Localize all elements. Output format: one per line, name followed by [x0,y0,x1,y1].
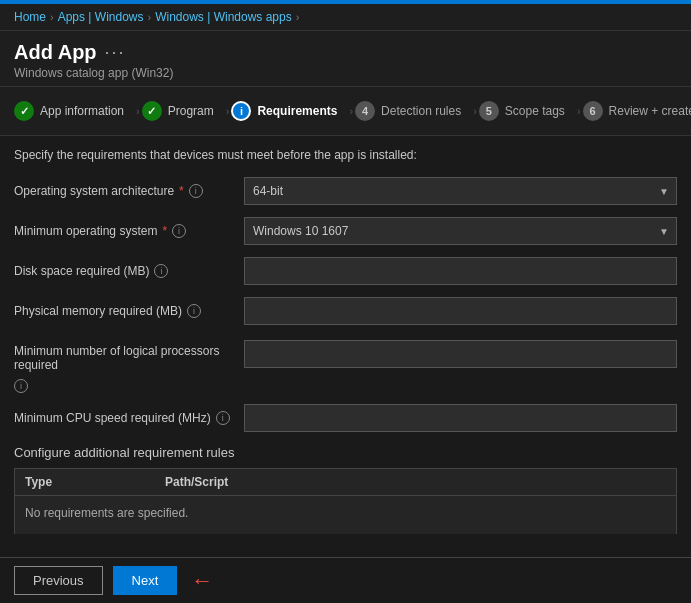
step-review-create[interactable]: 6 Review + create [583,97,691,125]
breadcrumb-sep-2: › [148,11,152,23]
label-min-os: Minimum operating system * i [14,224,244,238]
step-label-1: App information [40,104,124,118]
breadcrumb: Home › Apps | Windows › Windows | Window… [0,4,691,31]
label-cpu-speed: Minimum CPU speed required (MHz) i [14,411,244,425]
info-icon-os-arch[interactable]: i [189,184,203,198]
input-wrap-logical-processors [244,340,677,368]
previous-button[interactable]: Previous [14,566,103,595]
label-disk-space: Disk space required (MB) i [14,264,244,278]
step-label-5: Scope tags [505,104,565,118]
col-header-type: Type [25,475,165,489]
step-program[interactable]: ✓ Program [142,97,224,125]
step-icon-2: ✓ [142,101,162,121]
footer: Previous Next ← [0,557,691,603]
breadcrumb-home[interactable]: Home [14,10,46,24]
form-row-min-os: Minimum operating system * i Windows 10 … [14,216,677,246]
breadcrumb-sep-3: › [296,11,300,23]
label-os-arch: Operating system architecture * i [14,184,244,198]
step-icon-1: ✓ [14,101,34,121]
form-row-os-arch: Operating system architecture * i 64-bit… [14,176,677,206]
input-wrap-disk-space [244,257,677,285]
arrow-indicator: ← [191,568,213,594]
more-options-dots[interactable]: ··· [105,42,126,63]
col-header-path: Path/Script [165,475,666,489]
required-marker-os-arch: * [179,184,184,198]
step-label-3: Requirements [257,104,337,118]
step-icon-4: 4 [355,101,375,121]
step-label-6: Review + create [609,104,691,118]
form-row-physical-memory: Physical memory required (MB) i [14,296,677,326]
info-icon-disk-space[interactable]: i [154,264,168,278]
step-requirements[interactable]: i Requirements [231,97,347,125]
input-physical-memory[interactable] [244,297,677,325]
form-row-disk-space: Disk space required (MB) i [14,256,677,286]
select-os-arch[interactable]: 64-bit 32-bit 32-bit and 64-bit [244,177,677,205]
table-empty-message: No requirements are specified. [25,506,666,520]
page-title: Add App [14,41,97,64]
breadcrumb-sep-1: › [50,11,54,23]
wizard-steps: ✓ App information › ✓ Program › i Requir… [0,87,691,136]
input-cpu-speed[interactable] [244,404,677,432]
step-detection-rules[interactable]: 4 Detection rules [355,97,471,125]
input-wrap-cpu-speed [244,404,677,432]
configure-title: Configure additional requirement rules [14,445,677,460]
info-icon-cpu-speed[interactable]: i [216,411,230,425]
step-app-information[interactable]: ✓ App information [14,97,134,125]
next-button[interactable]: Next [113,566,178,595]
input-disk-space[interactable] [244,257,677,285]
step-icon-5: 5 [479,101,499,121]
page-subtitle: Windows catalog app (Win32) [14,66,677,80]
step-scope-tags[interactable]: 5 Scope tags [479,97,575,125]
info-icon-physical-memory[interactable]: i [187,304,201,318]
step-icon-6: 6 [583,101,603,121]
form-row-cpu-speed: Minimum CPU speed required (MHz) i [14,403,677,433]
page-header: Add App ··· Windows catalog app (Win32) [0,31,691,87]
breadcrumb-windows-apps[interactable]: Windows | Windows apps [155,10,292,24]
step-label-2: Program [168,104,214,118]
step-icon-3: i [231,101,251,121]
label-logical-processors: Minimum number of logical processors req… [14,340,244,393]
label-physical-memory: Physical memory required (MB) i [14,304,244,318]
table-header: Type Path/Script [14,468,677,495]
select-wrap-os-arch: 64-bit 32-bit 32-bit and 64-bit ▼ [244,177,677,205]
required-marker-min-os: * [162,224,167,238]
table-body: No requirements are specified. [14,495,677,534]
info-icon-min-os[interactable]: i [172,224,186,238]
select-wrap-min-os: Windows 10 1607 Windows 10 1703 Windows … [244,217,677,245]
input-wrap-physical-memory [244,297,677,325]
breadcrumb-apps-windows[interactable]: Apps | Windows [58,10,144,24]
input-logical-processors[interactable] [244,340,677,368]
info-icon-logical-processors[interactable]: i [14,379,28,393]
form-row-logical-processors: Minimum number of logical processors req… [14,336,677,393]
main-content: Specify the requirements that devices mu… [0,136,691,534]
select-min-os[interactable]: Windows 10 1607 Windows 10 1703 Windows … [244,217,677,245]
step-label-4: Detection rules [381,104,461,118]
section-description: Specify the requirements that devices mu… [14,148,677,162]
